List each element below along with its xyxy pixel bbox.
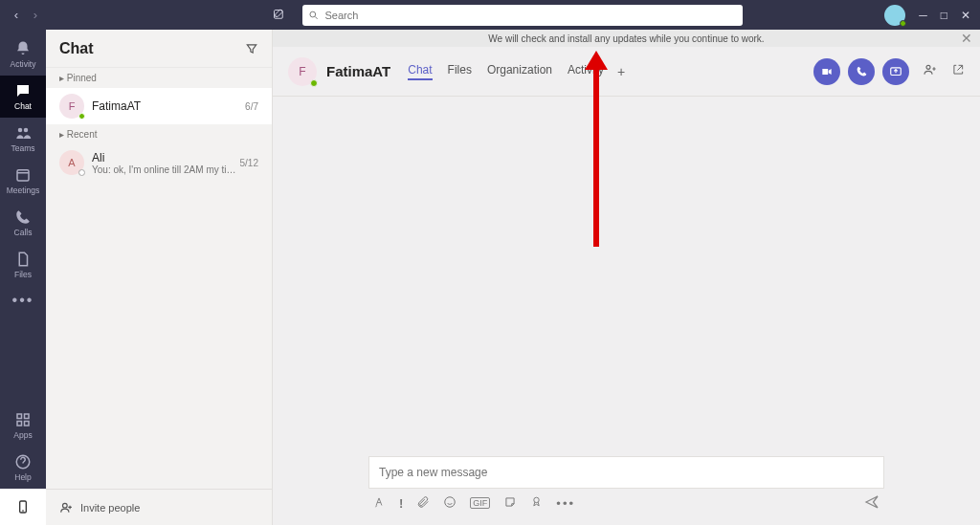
help-icon	[14, 453, 32, 470]
send-icon	[863, 493, 880, 511]
compose-box[interactable]	[368, 456, 884, 489]
video-icon	[820, 65, 834, 78]
my-avatar[interactable]	[884, 5, 905, 26]
chat-main: We will check and install any updates wh…	[273, 30, 980, 525]
avatar: F	[59, 94, 84, 119]
add-tab-button[interactable]: +	[617, 64, 625, 79]
rail-more[interactable]: •••	[0, 286, 46, 315]
rail-apps[interactable]: Apps	[0, 405, 46, 447]
search-input[interactable]	[325, 10, 737, 21]
message-area	[273, 97, 980, 456]
more-tools-button[interactable]: •••	[556, 496, 575, 511]
rail-activity[interactable]: Activity	[0, 33, 46, 76]
window-maximize-button[interactable]: □	[941, 9, 947, 22]
paperclip-icon	[416, 495, 430, 509]
rail-label: Calls	[14, 228, 33, 237]
invite-label: Invite people	[80, 502, 140, 514]
phone-icon	[856, 65, 868, 77]
attach-button[interactable]	[416, 495, 430, 512]
chat-preview: You: ok, I'm online till 2AM my time, an…	[92, 164, 240, 175]
add-people-icon	[923, 62, 938, 77]
section-recent-label[interactable]: ▸ Recent	[46, 124, 272, 144]
teams-icon	[14, 124, 32, 142]
rail-teams[interactable]: Teams	[0, 118, 46, 160]
chat-date: 6/7	[245, 101, 258, 112]
rail-label: Files	[14, 270, 32, 279]
rail-calls[interactable]: Calls	[0, 202, 46, 244]
rail-meetings[interactable]: Meetings	[0, 160, 46, 202]
svg-rect-8	[25, 414, 30, 419]
svg-line-2	[315, 16, 317, 18]
header-avatar[interactable]: F	[288, 57, 317, 86]
tab-activity[interactable]: Activity	[568, 63, 604, 80]
mobile-icon	[15, 499, 31, 514]
tab-chat[interactable]: Chat	[408, 63, 432, 80]
priority-button[interactable]: !	[399, 496, 403, 511]
nav-back-button[interactable]: ‹	[10, 8, 23, 22]
chat-entry-ali[interactable]: A Ali You: ok, I'm online till 2AM my ti…	[46, 144, 272, 181]
filter-icon[interactable]	[245, 42, 258, 55]
file-icon	[14, 251, 32, 268]
svg-point-18	[534, 497, 539, 502]
window-minimize-button[interactable]: ─	[919, 9, 927, 22]
invite-icon	[59, 501, 73, 514]
chat-icon	[14, 82, 32, 99]
tab-files[interactable]: Files	[448, 63, 472, 80]
new-message-button[interactable]	[264, 5, 293, 26]
conversation-title: FatimaAT	[326, 63, 390, 79]
sticker-button[interactable]	[503, 495, 517, 512]
sticker-icon	[503, 495, 517, 509]
add-people-button[interactable]	[923, 62, 938, 80]
compose-input[interactable]	[379, 466, 874, 479]
popout-button[interactable]	[951, 63, 965, 79]
section-pinned-label[interactable]: ▸ Pinned	[46, 68, 272, 88]
rail-mobile-button[interactable]	[0, 489, 46, 525]
search-box[interactable]	[302, 5, 743, 26]
chat-list-panel: Chat ▸ Pinned F FatimaAT 6/7 ▸ Recent A …	[46, 30, 273, 525]
rail-label: Teams	[11, 143, 34, 153]
svg-rect-9	[17, 422, 22, 427]
video-call-button[interactable]	[813, 58, 840, 85]
message-composer: ! GIF •••	[273, 456, 980, 525]
svg-point-4	[24, 128, 29, 133]
nav-forward-button[interactable]: ›	[29, 8, 42, 22]
rail-chat[interactable]: Chat	[0, 76, 46, 118]
rail-label: Apps	[13, 430, 32, 440]
chat-name: Ali	[92, 151, 240, 164]
window-close-button[interactable]: ✕	[961, 9, 970, 22]
rail-label: Chat	[14, 101, 32, 111]
phone-icon	[14, 208, 32, 226]
gif-button[interactable]: GIF	[470, 497, 490, 509]
tab-organization[interactable]: Organization	[487, 63, 552, 80]
rail-label: Activity	[11, 59, 36, 69]
ellipsis-icon: •••	[12, 292, 34, 309]
chat-name: FatimaAT	[92, 99, 245, 113]
audio-call-button[interactable]	[848, 58, 875, 85]
send-button[interactable]	[863, 493, 880, 514]
format-button[interactable]	[372, 495, 386, 512]
rail-files[interactable]: Files	[0, 244, 46, 286]
emoji-icon	[443, 495, 457, 509]
presence-offline-icon	[78, 169, 85, 176]
update-banner: We will check and install any updates wh…	[273, 30, 980, 47]
invite-people-button[interactable]: Invite people	[46, 489, 272, 525]
screen-share-button[interactable]	[882, 58, 909, 85]
rail-help[interactable]: Help	[0, 447, 46, 489]
rail-label: Help	[14, 472, 31, 482]
praise-button[interactable]	[530, 495, 543, 511]
svg-rect-10	[25, 422, 30, 427]
svg-point-14	[63, 503, 68, 508]
banner-close-button[interactable]: ✕	[961, 30, 972, 47]
title-bar: ‹ › ─ □ ✕	[0, 0, 980, 30]
emoji-button[interactable]	[443, 495, 457, 512]
chat-date: 5/12	[240, 158, 258, 168]
svg-rect-5	[17, 170, 29, 181]
svg-point-1	[310, 11, 316, 17]
chat-entry-fatimaat[interactable]: F FatimaAT 6/7	[46, 88, 272, 124]
svg-rect-7	[17, 414, 22, 419]
popout-icon	[951, 63, 965, 77]
format-icon	[372, 495, 386, 509]
svg-point-3	[18, 128, 23, 133]
presence-available-icon	[900, 20, 906, 27]
rail-label: Meetings	[7, 186, 40, 195]
